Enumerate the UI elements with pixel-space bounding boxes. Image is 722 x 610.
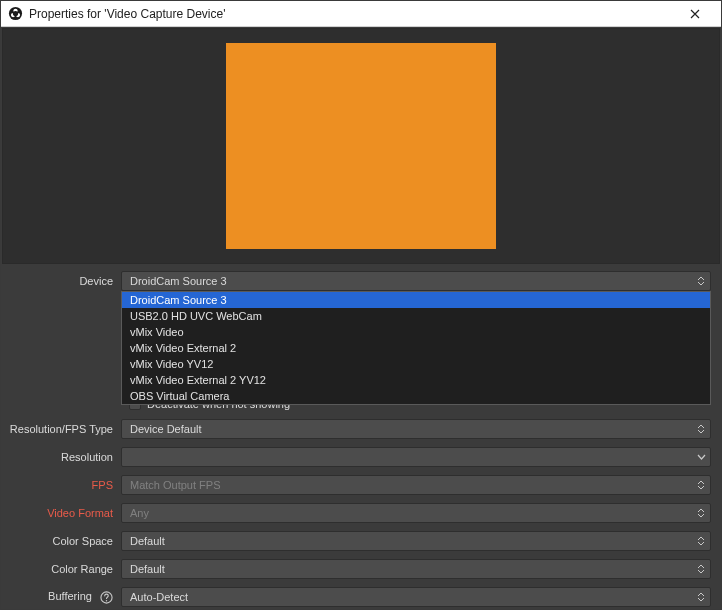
device-option[interactable]: vMix Video External 2 YV12	[122, 372, 710, 388]
svg-point-4	[12, 11, 17, 16]
stepper-icon	[695, 532, 707, 550]
close-button[interactable]	[675, 2, 715, 26]
stepper-icon	[695, 588, 707, 606]
stepper-icon	[695, 476, 707, 494]
color-range-select[interactable]: Default	[121, 559, 711, 579]
titlebar: Properties for 'Video Capture Device'	[1, 1, 721, 27]
window-title: Properties for 'Video Capture Device'	[29, 7, 675, 21]
buffering-select[interactable]: Auto-Detect	[121, 587, 711, 607]
stepper-icon	[695, 560, 707, 578]
video-format-select[interactable]: Any	[121, 503, 711, 523]
device-option[interactable]: vMix Video YV12	[122, 356, 710, 372]
help-icon[interactable]	[99, 590, 113, 604]
color-range-value: Default	[130, 563, 165, 575]
app-icon	[7, 6, 23, 22]
device-select[interactable]: DroidCam Source 3	[121, 271, 711, 291]
device-option[interactable]: OBS Virtual Camera	[122, 388, 710, 404]
res-type-select[interactable]: Device Default	[121, 419, 711, 439]
color-range-label: Color Range	[9, 563, 121, 575]
stepper-icon	[695, 504, 707, 522]
device-option[interactable]: vMix Video External 2	[122, 340, 710, 356]
fps-value: Match Output FPS	[130, 479, 220, 491]
resolution-label: Resolution	[9, 451, 121, 463]
device-dropdown-list[interactable]: DroidCam Source 3 USB2.0 HD UVC WebCam v…	[121, 291, 711, 405]
device-label: Device	[9, 275, 121, 287]
video-format-value: Any	[130, 507, 149, 519]
color-space-label: Color Space	[9, 535, 121, 547]
fps-label: FPS	[9, 479, 121, 491]
fps-select[interactable]: Match Output FPS	[121, 475, 711, 495]
res-type-value: Device Default	[130, 423, 202, 435]
color-space-value: Default	[130, 535, 165, 547]
buffering-value: Auto-Detect	[130, 591, 188, 603]
device-option[interactable]: DroidCam Source 3	[122, 292, 710, 308]
video-preview	[226, 43, 496, 249]
stepper-icon	[695, 272, 707, 290]
preview-area	[2, 28, 720, 264]
device-option[interactable]: vMix Video	[122, 324, 710, 340]
resolution-select[interactable]	[121, 447, 711, 467]
properties-panel: Device DroidCam Source 3 DroidCam Source…	[1, 265, 721, 610]
color-space-select[interactable]: Default	[121, 531, 711, 551]
chevron-down-icon	[695, 448, 707, 466]
buffering-label-text: Buffering	[48, 590, 92, 602]
res-type-label: Resolution/FPS Type	[9, 423, 121, 435]
stepper-icon	[695, 420, 707, 438]
video-format-label: Video Format	[9, 507, 121, 519]
device-option[interactable]: USB2.0 HD UVC WebCam	[122, 308, 710, 324]
svg-point-6	[105, 599, 106, 600]
device-select-value: DroidCam Source 3	[130, 275, 227, 287]
buffering-label: Buffering	[9, 590, 121, 604]
